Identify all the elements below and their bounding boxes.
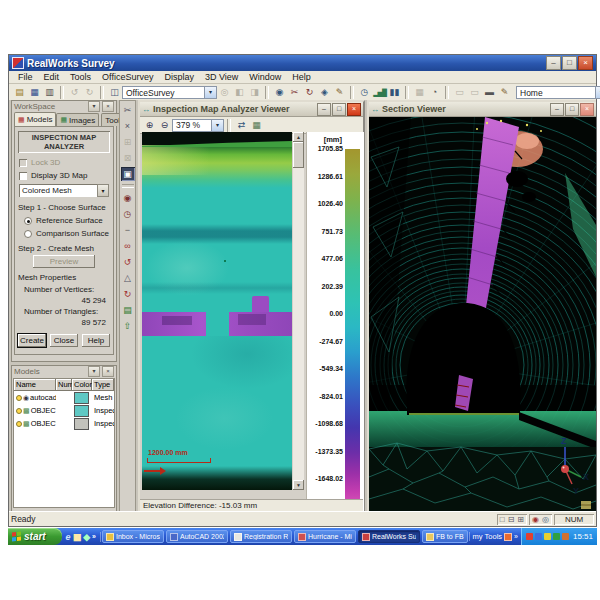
rotate-icon[interactable]: ↻ [302, 85, 317, 100]
workspace-icon[interactable]: ◫ [107, 85, 122, 100]
map-vertical-scrollbar[interactable]: ▲ ▼ [293, 132, 304, 490]
inspection-tool-icon[interactable]: ▣ [121, 167, 135, 181]
help-button[interactable]: Help [82, 334, 110, 347]
menu-3dview[interactable]: 3D View [200, 72, 243, 82]
pan-mode-icon[interactable]: ⇄ [234, 118, 249, 133]
cut-icon[interactable]: ✂ [287, 85, 302, 100]
models-panel-titlebar[interactable]: Models ▾ × [12, 366, 116, 377]
map-viewer-titlebar[interactable]: ↔ Inspection Map Analyzer Viewer – □ × [140, 102, 363, 117]
snap-icon[interactable]: ◎ [542, 515, 549, 524]
quad-view-icon[interactable]: ⊞ [517, 515, 524, 524]
model-row-object-1[interactable]: ▩OBJECT... Inspectio... [14, 404, 114, 417]
close-icon[interactable]: × [580, 103, 594, 116]
visibility-bulb-icon[interactable] [16, 421, 22, 427]
clock-icon[interactable]: ◷ [357, 85, 372, 100]
minimize-icon[interactable]: – [546, 56, 561, 70]
maximize-icon[interactable]: □ [565, 103, 579, 116]
chevron-down-icon[interactable]: ▾ [595, 87, 600, 98]
task-registration[interactable]: Registration Rep... [230, 530, 292, 543]
lasso-icon[interactable]: ↺ [121, 255, 135, 269]
link-icon[interactable]: ∞ [121, 239, 135, 253]
polygon-icon[interactable]: △ [121, 271, 135, 285]
show-desktop-icon[interactable]: ▦ [73, 532, 82, 542]
scroll-thumb[interactable] [293, 142, 304, 168]
minimize-icon[interactable]: – [317, 103, 331, 116]
overflow-icon[interactable]: » [514, 533, 518, 540]
app-titlebar[interactable]: RealWorks Survey – □ × [9, 55, 596, 71]
task-inbox[interactable]: Inbox - Microsof... [102, 530, 164, 543]
col-color[interactable]: Color [72, 379, 92, 391]
task-fb-folder[interactable]: FB to FB [422, 530, 468, 543]
section-viewer-titlebar[interactable]: ↔ Section Viewer – □ × [369, 102, 596, 117]
single-view-icon[interactable]: □ [500, 515, 505, 524]
grid-mode-icon[interactable]: ▦ [249, 118, 264, 133]
mesh-type-select[interactable]: Colored Mesh ▾ [19, 184, 109, 197]
maximize-icon[interactable]: □ [562, 56, 577, 70]
panel-close-icon[interactable]: × [102, 101, 114, 112]
maximize-icon[interactable]: □ [332, 103, 346, 116]
segment-icon[interactable]: ◔ [427, 85, 442, 100]
model-row-object-2[interactable]: ▩OBJECT... Inspectio... [14, 417, 114, 430]
display-3d-map-checkbox[interactable] [19, 172, 27, 180]
workspace-panel-titlebar[interactable]: WorkSpace ▾ × [12, 101, 116, 112]
task-autocad[interactable]: AutoCAD 2002 [166, 530, 228, 543]
zoom-level-combo[interactable]: 379 % ▾ [172, 119, 224, 132]
sampling-icon[interactable]: ▤ [121, 303, 135, 317]
export-icon[interactable]: ⇧ [121, 319, 135, 333]
split-view-icon[interactable]: ⊟ [508, 515, 515, 524]
annotate-icon[interactable]: ✎ [332, 85, 347, 100]
zoom-window-icon[interactable]: ◈ [317, 85, 332, 100]
print-icon[interactable]: ▥ [42, 85, 57, 100]
close-icon[interactable]: × [578, 56, 593, 70]
menu-window[interactable]: Window [244, 72, 286, 82]
zoom-in-icon[interactable]: ⊕ [142, 118, 157, 133]
delete-icon[interactable]: × [121, 119, 135, 133]
task-realworks[interactable]: RealWorks Survey [358, 530, 420, 543]
books-icon[interactable]: ▮▮ [387, 85, 402, 100]
visibility-bulb-icon[interactable] [16, 395, 22, 401]
bar-icon[interactable]: ▬ [482, 85, 497, 100]
minimize-icon[interactable]: – [550, 103, 564, 116]
timer-icon[interactable]: ◷ [121, 207, 135, 221]
zoom-out-icon[interactable]: ⊖ [157, 118, 172, 133]
menu-officesurvey[interactable]: OfficeSurvey [97, 72, 158, 82]
close-icon[interactable]: × [347, 103, 361, 116]
panel-close-icon[interactable]: × [102, 366, 114, 377]
menu-tools[interactable]: Tools [65, 72, 96, 82]
minus-icon[interactable]: − [121, 223, 135, 237]
visibility-bulb-icon[interactable] [16, 408, 22, 414]
scissors-icon[interactable]: ✂ [121, 103, 135, 117]
tab-models[interactable]: ▦Models [14, 112, 56, 126]
chevron-down-icon[interactable]: ▾ [211, 120, 223, 131]
create-button[interactable]: Create [18, 334, 46, 347]
menu-display[interactable]: Display [159, 72, 199, 82]
mytools-toolbar[interactable]: my Tools » [469, 532, 521, 541]
open-icon[interactable]: ▤ [12, 85, 27, 100]
col-num[interactable]: Num... [56, 379, 72, 391]
panel-pin-icon[interactable]: ▾ [88, 101, 100, 112]
section-viewer-canvas[interactable]: Z X Y [369, 117, 596, 512]
col-type[interactable]: Type [92, 379, 114, 391]
inspection-map-canvas[interactable]: 1200.00 mm [142, 132, 292, 490]
ie-icon[interactable]: e [66, 532, 71, 542]
comparison-surface-radio[interactable] [24, 230, 32, 238]
examine-icon[interactable]: ◉ [272, 85, 287, 100]
scroll-up-icon[interactable]: ▲ [293, 132, 304, 142]
reference-surface-radio[interactable] [24, 217, 32, 225]
home-combo[interactable]: Home ▾ [516, 86, 600, 99]
tray-icon-red[interactable] [526, 533, 533, 540]
tray-icon-green[interactable] [553, 533, 560, 540]
chevron-down-icon[interactable]: ▾ [204, 87, 216, 98]
media-icon[interactable]: ◆ [83, 532, 90, 542]
examine-view-icon[interactable]: ◉ [121, 191, 135, 205]
chart-icon[interactable]: ▂▅█ [372, 85, 387, 100]
panel-pin-icon[interactable]: ▾ [88, 366, 100, 377]
start-button[interactable]: start [8, 528, 62, 545]
tray-icon-blue[interactable] [535, 533, 542, 540]
menu-edit[interactable]: Edit [39, 72, 65, 82]
overflow-icon[interactable]: » [92, 533, 96, 540]
tab-images[interactable]: ▦Images [56, 113, 99, 126]
rotate-tool-icon[interactable]: ↻ [121, 287, 135, 301]
tray-icon-orange[interactable] [562, 533, 569, 540]
save-icon[interactable]: ▦ [27, 85, 42, 100]
